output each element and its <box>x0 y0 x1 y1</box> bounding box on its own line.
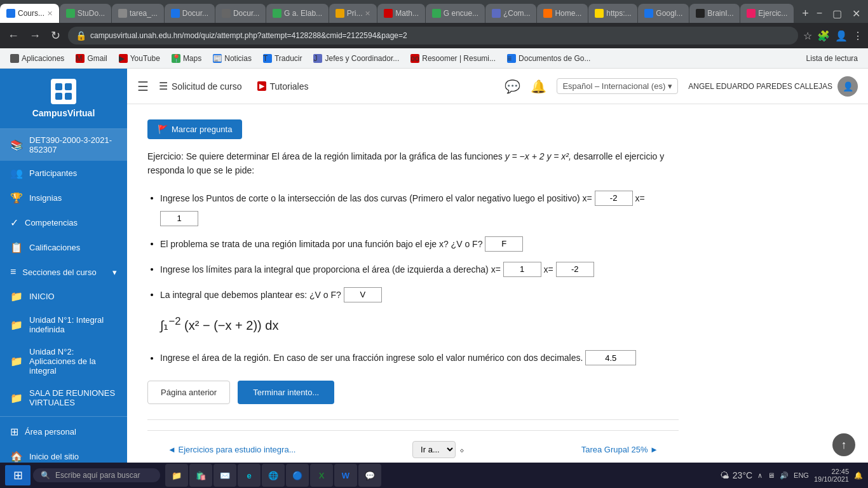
bookmarks-bar: Aplicaciones M Gmail ▶ YouTube 📍 Maps 📰 … <box>0 48 868 69</box>
hamburger-icon[interactable]: ☰ <box>137 79 149 94</box>
tab-com[interactable]: ¿Com... <box>485 4 536 23</box>
nav-tutoriales-label: Tutoriales <box>270 81 309 92</box>
bookmark-aplicaciones[interactable]: Aplicaciones <box>5 51 69 65</box>
window-controls: − ▢ ✕ <box>814 5 868 22</box>
q4-input[interactable] <box>344 287 382 302</box>
taskbar-app-excel[interactable]: X <box>310 464 333 487</box>
bookmark-gmail[interactable]: M Gmail <box>71 51 112 65</box>
taskbar-search[interactable]: 🔍 Escribe aquí para buscar <box>33 468 160 482</box>
start-button[interactable]: ⊞ <box>5 465 31 485</box>
taskbar-app-store[interactable]: 🛍️ <box>189 464 212 487</box>
unidad2-icon: 📁 <box>10 355 23 367</box>
sidebar-item-participantes[interactable]: 👥 Participantes <box>0 161 127 186</box>
q5-input[interactable] <box>585 350 636 365</box>
sidebar-item-course[interactable]: 📚 DET390-2000-3-2021-852307 <box>0 129 127 161</box>
bookmark-resoomer[interactable]: oo Resoomer | Resumi... <box>405 51 501 65</box>
bookmark-documentos[interactable]: ≡ Documentos de Go... <box>502 51 595 65</box>
close-button[interactable]: ✕ <box>850 5 863 22</box>
tab-label-ejercic: Ejercic... <box>758 9 787 18</box>
refresh-button[interactable]: ↻ <box>48 26 63 45</box>
taskbar-app-mail[interactable]: ✉️ <box>214 464 236 487</box>
q3-input-2[interactable] <box>556 262 594 277</box>
q3-input-1[interactable] <box>503 262 541 277</box>
bookmark-noticias[interactable]: 📰 Noticias <box>208 51 257 65</box>
taskbar-app-edge[interactable]: e <box>238 464 261 487</box>
tab-close-active[interactable]: ✕ <box>47 10 53 18</box>
tab-docur1[interactable]: Docur... <box>165 4 215 23</box>
sidebar-item-sala[interactable]: 📁 SALA DE REUNIONES VIRTUALES <box>0 382 127 414</box>
tab-math[interactable]: Math... <box>377 4 425 23</box>
tab-pri[interactable]: Pri... ✕ <box>329 4 377 23</box>
q1-input-1[interactable] <box>595 191 633 206</box>
taskbar-app-chromium[interactable]: 🔵 <box>286 464 309 487</box>
user-info[interactable]: ANGEL EDUARDO PAREDES CALLEJAS 👤 <box>688 76 858 97</box>
taskbar-app-word[interactable]: W <box>334 464 357 487</box>
tab-gencue[interactable]: G encue... <box>426 4 485 23</box>
bookmark-label-lista: Lista de lectura <box>806 54 858 63</box>
taskbar-expand-icon[interactable]: ∧ <box>757 471 763 480</box>
sidebar-item-inicio[interactable]: 📁 INICIO <box>0 284 127 309</box>
sidebar-item-unidad1[interactable]: 📁 Unidad N°1: Integral indefinida <box>0 309 127 341</box>
taskbar-app-explorer[interactable]: 📁 <box>165 464 188 487</box>
notifications-icon[interactable]: 🔔 <box>854 471 863 480</box>
volume-icon[interactable]: 🔊 <box>780 471 789 480</box>
tab-braini[interactable]: BrainI... <box>689 4 740 23</box>
sidebar-item-insignias[interactable]: 🏆 Insignias <box>0 186 127 210</box>
next-nav-link[interactable]: Tarea Grupal 25% ► <box>581 445 658 454</box>
tab-tarea[interactable]: tarea_... <box>112 4 164 23</box>
forward-button[interactable]: → <box>27 27 43 45</box>
nav-tutoriales[interactable]: ▶ Tutoriales <box>257 81 309 92</box>
weather-temp: 23°C <box>733 470 752 480</box>
scroll-top-button[interactable]: ↑ <box>832 433 855 456</box>
extensions-icon[interactable]: 🧩 <box>817 30 830 42</box>
bookmark-youtube[interactable]: ▶ YouTube <box>114 51 165 65</box>
bookmark-traducir[interactable]: T Traducir <box>258 51 308 65</box>
tab-close-pri[interactable]: ✕ <box>365 10 370 18</box>
competencias-icon: ✓ <box>10 217 18 229</box>
notification-bell-icon[interactable]: 🔔 <box>531 79 546 94</box>
tab-home[interactable]: Home... <box>537 4 588 23</box>
bookmark-jefes[interactable]: J Jefes y Coordinador... <box>308 51 404 65</box>
maximize-button[interactable]: ▢ <box>830 5 844 22</box>
active-tab[interactable]: Cours... ✕ <box>0 4 59 23</box>
q2-input[interactable] <box>485 236 523 252</box>
tab-studo[interactable]: StuDo... <box>60 4 111 23</box>
bookmark-label-youtube: YouTube <box>130 54 160 63</box>
finish-attempt-button[interactable]: Terminar intento... <box>238 381 334 404</box>
message-icon[interactable]: 💬 <box>505 79 520 94</box>
bookmark-label-resoomer: Resoomer | Resumi... <box>422 54 496 63</box>
tab-docur2[interactable]: Docur... <box>215 4 266 23</box>
tab-googl[interactable]: Googl... <box>638 4 689 23</box>
goto-select[interactable]: Ir a... <box>412 441 456 458</box>
mark-question-button[interactable]: 🚩 Marcar pregunta <box>147 119 242 139</box>
sidebar-item-competencias[interactable]: ✓ Competencias <box>0 210 127 235</box>
nav-solicitud[interactable]: ☰ Solicitud de curso <box>159 80 242 92</box>
taskbar-app-whatsapp[interactable]: 💬 <box>358 464 381 487</box>
sidebar-item-unidad2[interactable]: 📁 Unidad N°2: Aplicaciones de la integra… <box>0 341 127 382</box>
svg-rect-2 <box>55 93 62 100</box>
time-display: 22:45 19/10/2021 <box>814 468 849 483</box>
tab-gelab[interactable]: G a. Elab... <box>266 4 329 23</box>
tab-https[interactable]: https:... <box>588 4 637 23</box>
system-icons: 🌤 23°C <box>720 470 752 480</box>
minimize-button[interactable]: − <box>814 5 825 22</box>
new-tab-button[interactable]: + <box>797 7 814 20</box>
taskbar-app-chrome[interactable]: 🌐 <box>262 464 285 487</box>
star-icon[interactable]: ☆ <box>803 30 812 42</box>
q1-input-2[interactable] <box>160 211 198 226</box>
tab-ejercic[interactable]: Ejercic... <box>740 4 794 23</box>
language-selector[interactable]: Español – Internacional (es) ▾ <box>557 78 678 94</box>
sidebar-item-calificaciones[interactable]: 📋 Calificaciones <box>0 235 127 260</box>
bookmark-lista[interactable]: Lista de lectura <box>801 51 863 65</box>
sidebar-label-secciones: Secciones del curso <box>22 268 106 277</box>
sidebar-item-area-personal[interactable]: ⊞ Área personal <box>0 419 127 444</box>
url-box[interactable]: 🔒 campusvirtual.unah.edu.hn/mod/quiz/att… <box>68 27 798 44</box>
bookmark-maps[interactable]: 📍 Maps <box>166 51 207 65</box>
profile-icon[interactable]: 👤 <box>835 30 848 42</box>
prev-nav-link[interactable]: ◄ Ejercicios para estudio integra... <box>168 445 295 454</box>
tab-label-tarea: tarea_... <box>130 9 158 18</box>
menu-icon[interactable]: ⋮ <box>853 30 863 42</box>
sidebar-item-secciones[interactable]: ≡ Secciones del curso ▾ <box>0 260 127 284</box>
back-button[interactable]: ← <box>5 27 22 45</box>
prev-page-button[interactable]: Página anterior <box>147 381 230 404</box>
